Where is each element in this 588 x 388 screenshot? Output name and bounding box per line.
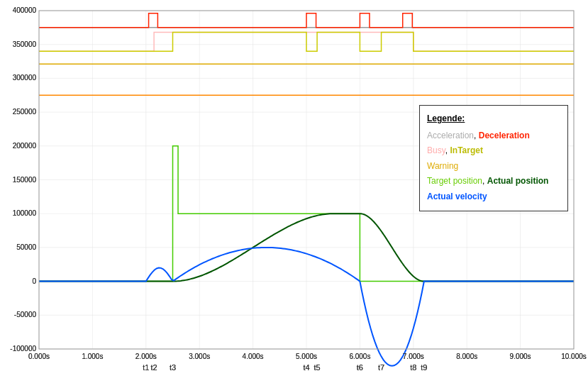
legend-accel-decel: Acceleration, Deceleration <box>427 128 560 144</box>
legend-busy-label: Busy <box>427 145 445 155</box>
legend-actual-vel-label: Actual velocity <box>427 192 487 201</box>
legend-decel-label: Deceleration <box>479 131 530 140</box>
legend-actual-pos-label: Actual position <box>487 176 549 186</box>
legend-velocity: Actual velocity <box>427 189 560 205</box>
legend-positions: Target position, Actual position <box>427 174 560 189</box>
legend-box: Legende: Acceleration, Deceleration Busy… <box>419 105 568 211</box>
legend-target-pos-label: Target position <box>427 176 482 186</box>
legend-intarget-label: InTarget <box>450 145 482 155</box>
legend-accel-label: Acceleration <box>427 131 474 140</box>
legend-warning: Warning <box>427 159 560 174</box>
legend-warning-label: Warning <box>427 161 458 171</box>
legend-title: Legende: <box>427 111 560 127</box>
legend-busy-intarget: Busy, InTarget <box>427 143 560 159</box>
